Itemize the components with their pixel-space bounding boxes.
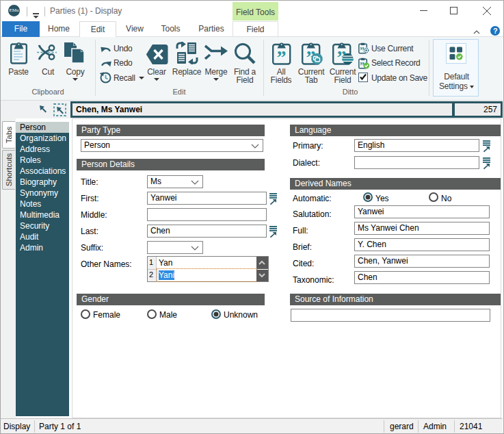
svg-text:”: ”: [277, 47, 287, 65]
